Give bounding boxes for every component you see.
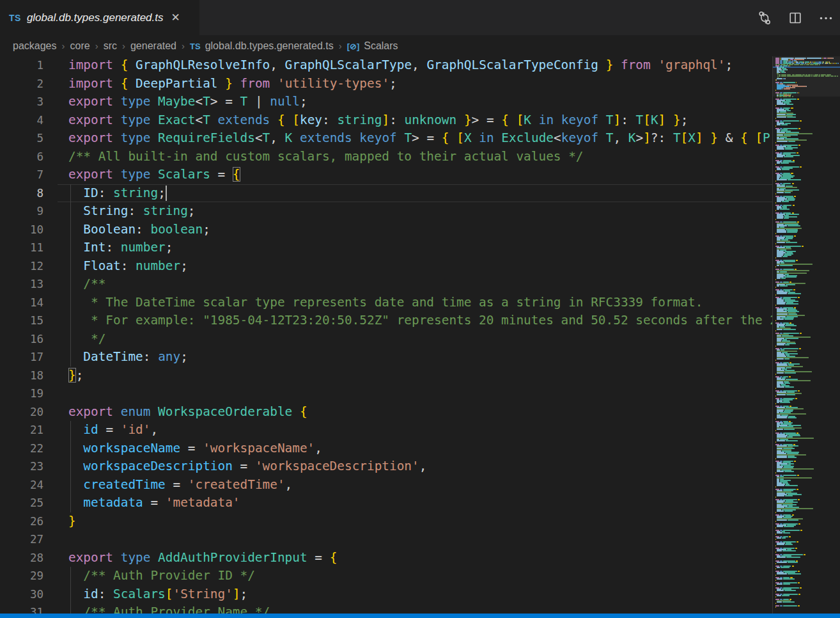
minimap-line-segment bbox=[780, 145, 782, 146]
code-line[interactable]: import { DeepPartial } from 'utility-typ… bbox=[68, 75, 772, 93]
code-line[interactable]: workspaceName = 'workspaceName', bbox=[68, 440, 772, 458]
code-line[interactable]: id = 'id', bbox=[68, 421, 772, 440]
line-number[interactable]: 14 bbox=[0, 294, 43, 312]
line-number[interactable]: 22 bbox=[0, 440, 43, 458]
split-editor-icon[interactable] bbox=[788, 10, 803, 26]
line-number[interactable]: 30 bbox=[0, 585, 43, 604]
breadcrumb-item-core[interactable]: core bbox=[70, 40, 90, 52]
more-actions-icon[interactable] bbox=[818, 10, 834, 26]
code-line[interactable]: /** bbox=[68, 275, 772, 294]
minimap-line-segment bbox=[785, 325, 796, 326]
code-token: type bbox=[113, 550, 150, 565]
minimap-line-segment bbox=[780, 307, 782, 308]
minimap[interactable] bbox=[772, 56, 840, 614]
line-number[interactable]: 31 bbox=[0, 603, 43, 614]
line-number[interactable]: 8 bbox=[0, 184, 43, 203]
breadcrumb-item-src[interactable]: src bbox=[104, 40, 117, 52]
breadcrumb-item-scalars[interactable]: [⊘]Scalars bbox=[347, 40, 398, 52]
line-number[interactable]: 11 bbox=[0, 239, 43, 257]
code-line[interactable]: DateTime: any; bbox=[68, 348, 772, 367]
code-line[interactable]: id: Scalars['String']; bbox=[68, 585, 772, 604]
line-number[interactable]: 9 bbox=[0, 202, 43, 221]
code-line[interactable]: */ bbox=[68, 330, 772, 349]
code-token: ; bbox=[180, 349, 188, 364]
code-line[interactable]: /** Auth Provider ID */ bbox=[68, 567, 772, 585]
line-number[interactable]: 16 bbox=[0, 330, 43, 349]
code-token: : bbox=[389, 113, 404, 127]
code-line[interactable] bbox=[68, 384, 772, 403]
code-token: null bbox=[270, 94, 300, 109]
code-line[interactable]: createdTime = 'createdTime', bbox=[68, 476, 772, 495]
breadcrumb-item-global-db-types-generated-ts[interactable]: TSglobal.db.types.generated.ts bbox=[190, 40, 334, 52]
minimap-line-segment bbox=[834, 63, 835, 64]
minimap-line-segment bbox=[777, 402, 779, 403]
code-line[interactable]: ID: string; bbox=[68, 184, 772, 203]
minimap-line-segment bbox=[775, 348, 779, 349]
line-number[interactable]: 23 bbox=[0, 457, 43, 476]
code-line[interactable]: export type AddAuthProviderInput = { bbox=[68, 549, 772, 567]
line-number[interactable]: 13 bbox=[0, 275, 43, 294]
code-line[interactable]: export type Maybe<T> = T | null; bbox=[68, 93, 772, 111]
code-line[interactable]: export enum WorkspaceOrderable { bbox=[68, 403, 772, 422]
minimap-viewport-slider[interactable] bbox=[773, 56, 840, 97]
line-number[interactable]: 10 bbox=[0, 221, 43, 239]
minimap-line-segment bbox=[789, 322, 791, 324]
line-number[interactable]: 18 bbox=[0, 367, 43, 385]
breadcrumb-item-generated[interactable]: generated bbox=[130, 40, 176, 52]
line-number[interactable]: 21 bbox=[0, 421, 43, 440]
line-number[interactable]: 3 bbox=[0, 93, 43, 111]
code-token: type bbox=[113, 131, 150, 145]
minimap-line-segment bbox=[782, 589, 791, 590]
line-number[interactable]: 25 bbox=[0, 494, 43, 512]
code-line[interactable]: Boolean: boolean; bbox=[68, 221, 772, 239]
line-number[interactable]: 4 bbox=[0, 111, 43, 130]
code-token: Exclude bbox=[501, 131, 554, 145]
open-changes-icon[interactable] bbox=[757, 10, 772, 26]
line-number[interactable]: 6 bbox=[0, 148, 43, 166]
line-number[interactable]: 1 bbox=[0, 56, 43, 75]
line-number[interactable]: 26 bbox=[0, 512, 43, 531]
code-editor[interactable]: 1234567891011121314151617181920212223242… bbox=[0, 56, 772, 614]
line-number[interactable]: 5 bbox=[0, 129, 43, 148]
line-number[interactable]: 28 bbox=[0, 549, 43, 567]
line-number[interactable]: 24 bbox=[0, 476, 43, 495]
minimap-line-segment bbox=[782, 68, 786, 69]
breadcrumb-item-packages[interactable]: packages bbox=[13, 40, 57, 52]
code-line[interactable]: export type RequireFields<T, K extends k… bbox=[68, 129, 772, 148]
tab-close-icon[interactable]: ✕ bbox=[171, 12, 180, 23]
code-line[interactable]: metadata = 'metadata' bbox=[68, 494, 772, 512]
tab-global-db-types-generated[interactable]: TS global.db.types.generated.ts ✕ bbox=[0, 0, 199, 35]
code-line[interactable]: workspaceDescription = 'workspaceDescrip… bbox=[68, 457, 772, 476]
line-number[interactable]: 29 bbox=[0, 567, 43, 585]
code-line[interactable]: export type Exact<T extends { [key: stri… bbox=[68, 111, 772, 130]
minimap-line-segment bbox=[780, 166, 782, 168]
line-number[interactable]: 20 bbox=[0, 403, 43, 422]
code-line[interactable]: Float: number; bbox=[68, 257, 772, 276]
code-line[interactable]: * For example: "1985-04-12T23:20:50.52Z"… bbox=[68, 312, 772, 330]
line-number[interactable]: 17 bbox=[0, 348, 43, 367]
code-line[interactable]: /** All built-in and custom scalars, map… bbox=[68, 148, 772, 166]
minimap-line-segment bbox=[786, 242, 797, 243]
code-line[interactable]: /** Auth Provider Name */ bbox=[68, 603, 772, 614]
line-number[interactable]: 19 bbox=[0, 384, 43, 403]
code-line[interactable]: * The DateTime scalar type represents da… bbox=[68, 294, 772, 312]
line-number[interactable]: 7 bbox=[0, 166, 43, 184]
line-number[interactable]: 27 bbox=[0, 530, 43, 549]
code-token: ] bbox=[643, 131, 651, 145]
line-number[interactable]: 15 bbox=[0, 312, 43, 330]
code-token: | bbox=[247, 94, 270, 109]
code-line[interactable]: export type Scalars = { bbox=[68, 166, 772, 184]
code-pane[interactable]: import { GraphQLResolveInfo, GraphQLScal… bbox=[68, 56, 772, 614]
code-line[interactable]: }; bbox=[68, 367, 772, 385]
minimap-line-segment bbox=[783, 160, 791, 161]
code-line[interactable] bbox=[68, 530, 772, 549]
code-line[interactable]: String: string; bbox=[68, 202, 772, 221]
line-number[interactable]: 12 bbox=[0, 257, 43, 276]
code-line[interactable]: } bbox=[68, 512, 772, 531]
code-line[interactable]: import { GraphQLResolveInfo, GraphQLScal… bbox=[68, 56, 772, 75]
minimap-line-segment bbox=[784, 276, 796, 278]
editor-gutter[interactable]: 1234567891011121314151617181920212223242… bbox=[0, 56, 43, 614]
code-line[interactable]: Int: number; bbox=[68, 239, 772, 257]
line-number[interactable]: 2 bbox=[0, 75, 43, 93]
minimap-line-segment bbox=[782, 339, 787, 340]
